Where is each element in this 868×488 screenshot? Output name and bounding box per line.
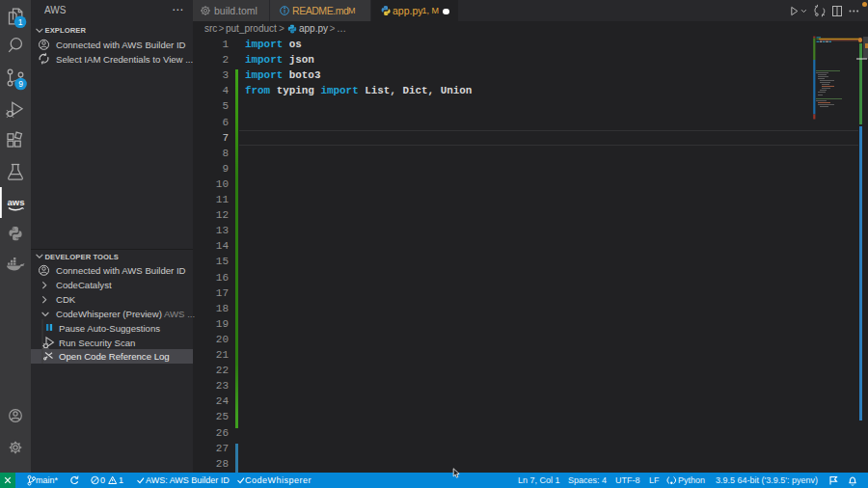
svg-text:aws: aws — [8, 197, 25, 207]
svg-text:9: 9 — [18, 79, 23, 89]
svg-text:1: 1 — [18, 17, 23, 27]
